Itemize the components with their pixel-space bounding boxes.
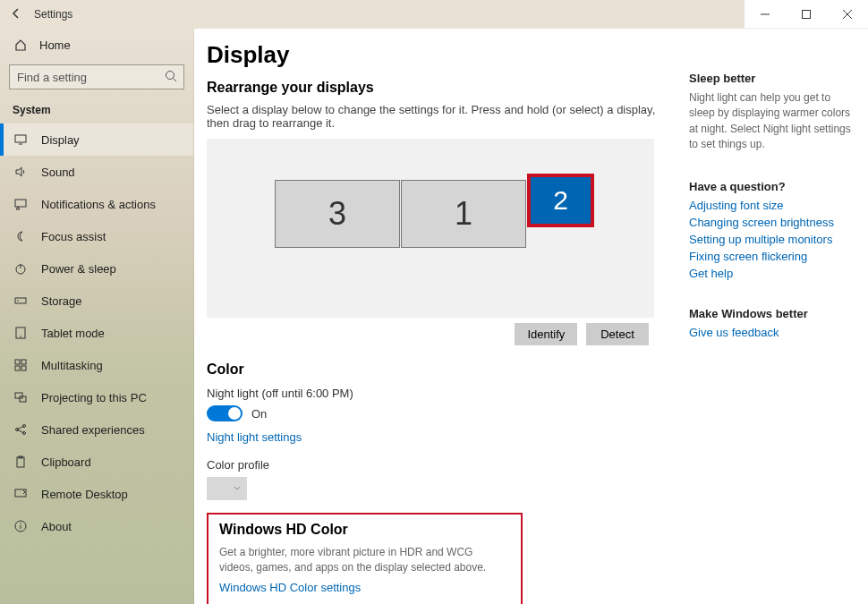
info-icon xyxy=(13,520,29,532)
remote-icon xyxy=(13,488,29,500)
sidebar-item-storage[interactable]: Storage xyxy=(0,285,193,317)
search-icon xyxy=(165,70,177,85)
svg-rect-18 xyxy=(21,366,26,370)
projecting-icon xyxy=(13,391,29,404)
sidebar: Home System Display Sound Notifications … xyxy=(0,29,194,604)
sidebar-item-label: Focus assist xyxy=(41,230,106,243)
maximize-button[interactable] xyxy=(786,0,827,29)
nightlight-toggle[interactable] xyxy=(207,405,243,421)
monitor-3[interactable]: 3 xyxy=(275,180,400,248)
sidebar-item-label: About xyxy=(41,520,72,533)
hdcolor-heading: Windows HD Color xyxy=(219,522,510,538)
sidebar-item-remote[interactable]: Remote Desktop xyxy=(0,478,193,510)
identify-row: Identify Detect xyxy=(207,318,654,351)
hdcolor-description: Get a brighter, more vibrant picture in … xyxy=(219,545,488,575)
link-font-size[interactable]: Adjusting font size xyxy=(689,199,854,212)
svg-rect-17 xyxy=(15,366,20,370)
monitor-1[interactable]: 1 xyxy=(401,180,526,248)
svg-rect-1 xyxy=(803,10,811,18)
sidebar-item-label: Power & sleep xyxy=(41,262,116,276)
sidebar-item-multitasking[interactable]: Multitasking xyxy=(0,349,193,381)
svg-point-12 xyxy=(17,300,19,302)
content: Display Rearrange your displays Select a… xyxy=(194,29,689,604)
sidebar-item-label: Shared experiences xyxy=(41,423,145,437)
search-input[interactable] xyxy=(9,64,184,89)
sidebar-section-label: System xyxy=(0,98,193,123)
nightlight-settings-link[interactable]: Night light settings xyxy=(207,430,302,444)
sidebar-item-label: Display xyxy=(41,133,80,147)
sidebar-item-label: Remote Desktop xyxy=(41,488,128,501)
link-flickering[interactable]: Fixing screen flickering xyxy=(689,250,854,263)
multitasking-icon xyxy=(13,359,29,371)
chevron-down-icon xyxy=(233,484,242,493)
title-bar: Settings xyxy=(0,0,868,29)
sidebar-item-label: Projecting to this PC xyxy=(41,391,147,404)
svg-rect-26 xyxy=(17,457,24,467)
sidebar-item-display[interactable]: Display xyxy=(0,123,193,156)
sleep-better-text: Night light can help you get to sleep by… xyxy=(689,90,854,153)
sleep-better-heading: Sleep better xyxy=(689,72,854,85)
sidebar-item-about[interactable]: About xyxy=(0,510,193,542)
sidebar-item-notifications[interactable]: Notifications & actions xyxy=(0,188,193,220)
detect-button[interactable]: Detect xyxy=(586,323,649,345)
nightlight-state: On xyxy=(251,407,267,421)
close-button[interactable] xyxy=(827,0,868,29)
power-icon xyxy=(13,262,29,275)
storage-icon xyxy=(13,294,29,307)
question-heading: Have a question? xyxy=(689,180,854,193)
sidebar-item-focus-assist[interactable]: Focus assist xyxy=(0,220,193,252)
sidebar-item-label: Tablet mode xyxy=(41,327,105,340)
notifications-icon xyxy=(13,198,29,210)
sidebar-item-power[interactable]: Power & sleep xyxy=(0,252,193,285)
svg-rect-15 xyxy=(15,360,20,364)
sidebar-nav: Display Sound Notifications & actions Fo… xyxy=(0,123,193,542)
home-icon xyxy=(13,38,29,51)
sidebar-item-tablet[interactable]: Tablet mode xyxy=(0,317,193,349)
sidebar-search[interactable] xyxy=(9,64,184,89)
sidebar-item-clipboard[interactable]: Clipboard xyxy=(0,446,193,478)
svg-rect-16 xyxy=(21,360,26,364)
sound-icon xyxy=(13,166,29,178)
display-arrange-box[interactable]: 3 1 2 xyxy=(207,139,654,318)
svg-rect-8 xyxy=(15,200,26,207)
moon-icon xyxy=(13,230,29,242)
nightlight-toggle-row: On xyxy=(207,405,668,421)
window-controls xyxy=(745,0,868,29)
sidebar-item-projecting[interactable]: Projecting to this PC xyxy=(0,381,193,413)
svg-line-5 xyxy=(174,79,177,82)
svg-point-14 xyxy=(20,336,21,337)
hd-color-section: Windows HD Color Get a brighter, more vi… xyxy=(207,513,523,604)
rearrange-description: Select a display below to change the set… xyxy=(207,103,668,130)
nightlight-label: Night light (off until 6:00 PM) xyxy=(207,387,668,400)
back-button[interactable] xyxy=(7,7,25,22)
sidebar-item-label: Sound xyxy=(41,166,75,179)
main-area: Display Rearrange your displays Select a… xyxy=(194,29,868,604)
rearrange-heading: Rearrange your displays xyxy=(207,80,668,96)
svg-rect-6 xyxy=(15,135,26,142)
page-title: Display xyxy=(207,41,668,69)
sidebar-item-shared[interactable]: Shared experiences xyxy=(0,413,193,446)
color-profile-dropdown[interactable] xyxy=(207,477,247,500)
link-multiple-monitors[interactable]: Setting up multiple monitors xyxy=(689,233,854,246)
monitor-2-selected[interactable]: 2 xyxy=(527,174,594,227)
right-panel: Sleep better Night light can help you ge… xyxy=(689,29,868,604)
shared-icon xyxy=(13,423,29,436)
link-get-help[interactable]: Get help xyxy=(689,267,854,280)
identify-button[interactable]: Identify xyxy=(515,323,577,345)
sidebar-home-label: Home xyxy=(39,38,71,52)
window-title: Settings xyxy=(34,8,72,21)
sidebar-item-label: Clipboard xyxy=(41,455,91,469)
svg-point-31 xyxy=(20,523,21,523)
link-brightness[interactable]: Changing screen brightness xyxy=(689,216,854,229)
sidebar-item-label: Multitasking xyxy=(41,359,103,372)
display-icon xyxy=(13,133,29,146)
minimize-button[interactable] xyxy=(745,0,786,29)
sidebar-item-sound[interactable]: Sound xyxy=(0,156,193,188)
color-heading: Color xyxy=(207,362,668,378)
svg-rect-11 xyxy=(15,298,26,303)
sidebar-item-label: Storage xyxy=(41,294,82,308)
hdcolor-settings-link[interactable]: Windows HD Color settings xyxy=(219,581,361,594)
sidebar-home[interactable]: Home xyxy=(0,29,193,61)
svg-point-4 xyxy=(166,72,174,80)
link-feedback[interactable]: Give us feedback xyxy=(689,326,854,339)
